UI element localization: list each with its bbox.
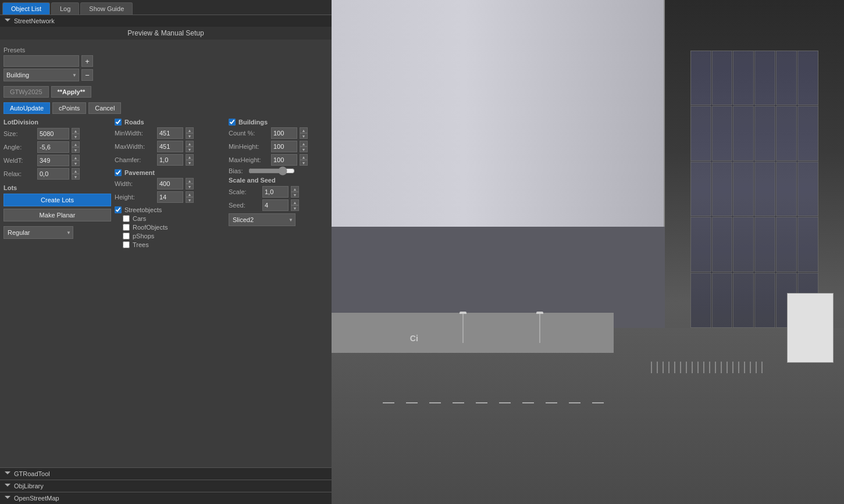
scale-input[interactable] [262, 186, 289, 198]
max-width-input[interactable] [157, 141, 183, 152]
streetobjects-section: Streetobjects Cars RoofObjects pShops [115, 206, 225, 248]
count-down[interactable]: ▼ [300, 133, 308, 139]
objlibrary-arrow-icon [5, 484, 10, 488]
size-up[interactable]: ▲ [72, 128, 80, 134]
openstreetmap-header[interactable]: OpenStreetMap [0, 492, 332, 504]
presets-section: Presets + Building − [3, 47, 328, 81]
pavement-width-label: Width: [115, 180, 155, 187]
max-height-input[interactable] [271, 154, 297, 166]
regular-select[interactable]: Regular [3, 226, 73, 239]
chamfer-down[interactable]: ▼ [186, 160, 194, 166]
count-label: Count %: [229, 130, 269, 137]
pav-width-up[interactable]: ▲ [186, 178, 194, 184]
gtwy-button[interactable]: GTWy2025 [3, 86, 49, 98]
cancel-button[interactable]: Cancel [88, 102, 121, 114]
width-row: WeldT: ▲ ▼ [3, 155, 111, 166]
bias-row: Bias: [229, 167, 328, 174]
min-width-up[interactable]: ▲ [186, 127, 194, 133]
presets-add-button[interactable]: + [81, 55, 93, 67]
size-input[interactable] [37, 128, 69, 140]
roads-checkbox-row: Roads [115, 119, 225, 126]
tab-object-list[interactable]: Object List [2, 2, 50, 15]
objlibrary-label: ObjLibrary [14, 482, 44, 489]
pshops-checkbox[interactable] [123, 233, 130, 240]
count-input[interactable] [271, 127, 297, 139]
openstreetmap-label: OpenStreetMap [14, 495, 59, 502]
sliced-dropdown-wrapper: Sliced2 [229, 213, 328, 226]
pavement-checkbox-row: Pavement [115, 169, 225, 176]
objlibrary-header[interactable]: ObjLibrary [0, 480, 332, 492]
roofobjects-checkbox[interactable] [123, 224, 130, 231]
sliced-select[interactable]: Sliced2 [229, 213, 295, 226]
angle-label: Angle: [3, 144, 35, 151]
presets-text-input[interactable] [3, 55, 79, 67]
pavement-width-row: Width: ▲ ▼ [115, 178, 225, 190]
pav-height-down[interactable]: ▼ [186, 197, 194, 203]
relax-input[interactable] [37, 168, 69, 180]
gtroadtool-header[interactable]: GTRoadTool [0, 467, 332, 480]
auto-update-button[interactable]: AutoUpdate [3, 102, 50, 114]
min-width-row: MinWidth: ▲ ▼ [115, 127, 225, 139]
size-down[interactable]: ▼ [72, 134, 80, 140]
roads-checkbox[interactable] [115, 119, 122, 126]
scale-seed-label: Scale and Seed [229, 177, 328, 184]
min-height-label: MinHeight: [229, 143, 269, 150]
cpoints-button[interactable]: cPoints [52, 102, 86, 114]
pshops-row: pShops [115, 233, 225, 240]
count-up[interactable]: ▲ [300, 127, 308, 133]
cars-checkbox[interactable] [123, 215, 130, 222]
pav-width-down[interactable]: ▼ [186, 184, 194, 190]
streetnetwork-header[interactable]: StreetNetwork [0, 15, 332, 27]
seed-up[interactable]: ▲ [291, 199, 299, 205]
bias-slider[interactable] [248, 167, 295, 174]
chamfer-up[interactable]: ▲ [186, 154, 194, 160]
create-lots-button[interactable]: Create Lots [3, 194, 111, 206]
scale-up[interactable]: ▲ [291, 186, 299, 192]
max-height-row: MaxHeight: ▲ ▼ [229, 154, 328, 166]
pavement-height-input[interactable] [157, 191, 183, 203]
angle-input[interactable] [37, 141, 69, 153]
tab-show-guide[interactable]: Show Guide [80, 2, 133, 15]
buildings-checkbox[interactable] [229, 119, 236, 126]
min-height-down[interactable]: ▼ [300, 146, 308, 152]
min-height-input[interactable] [271, 141, 297, 152]
angle-up[interactable]: ▲ [72, 141, 80, 147]
width-down[interactable]: ▼ [72, 160, 80, 166]
max-height-label: MaxHeight: [229, 156, 269, 163]
angle-down[interactable]: ▼ [72, 147, 80, 153]
gtroadtool-arrow-icon [5, 471, 10, 476]
width-input[interactable] [37, 155, 69, 166]
angle-spinner: ▲ ▼ [72, 141, 80, 153]
width-up[interactable]: ▲ [72, 155, 80, 160]
trees-checkbox[interactable] [123, 241, 130, 248]
lot-division-label: LotDivision [3, 119, 111, 126]
pavement-checkbox[interactable] [115, 169, 122, 176]
chamfer-input[interactable] [157, 154, 183, 166]
max-height-up[interactable]: ▲ [300, 154, 308, 160]
presets-remove-button[interactable]: − [81, 69, 93, 81]
max-width-up[interactable]: ▲ [186, 141, 194, 146]
min-height-up[interactable]: ▲ [300, 141, 308, 146]
light-pole-1 [462, 314, 464, 343]
pavement-width-input[interactable] [157, 178, 183, 190]
min-width-input[interactable] [157, 127, 183, 139]
viewport-bg: Ci [332, 0, 844, 504]
seed-down[interactable]: ▼ [291, 205, 299, 211]
max-height-down[interactable]: ▼ [300, 160, 308, 166]
apply-button[interactable]: **Apply** [51, 86, 92, 98]
relax-down[interactable]: ▼ [72, 174, 80, 180]
make-planar-button[interactable]: Make Planar [3, 209, 111, 221]
presets-select[interactable]: Building [3, 69, 79, 81]
openstreetmap-arrow-icon [5, 496, 10, 501]
pav-height-up[interactable]: ▲ [186, 191, 194, 197]
tab-log[interactable]: Log [51, 2, 79, 15]
min-width-down[interactable]: ▼ [186, 133, 194, 139]
pavement-height-label: Height: [115, 194, 155, 201]
lots-label: Lots [3, 184, 111, 191]
streetobjects-checkbox[interactable] [115, 206, 122, 213]
max-width-down[interactable]: ▼ [186, 146, 194, 152]
action-buttons-row2: AutoUpdate cPoints Cancel [3, 102, 328, 114]
seed-input[interactable] [262, 199, 289, 211]
relax-up[interactable]: ▲ [72, 168, 80, 174]
scale-down[interactable]: ▼ [291, 192, 299, 198]
